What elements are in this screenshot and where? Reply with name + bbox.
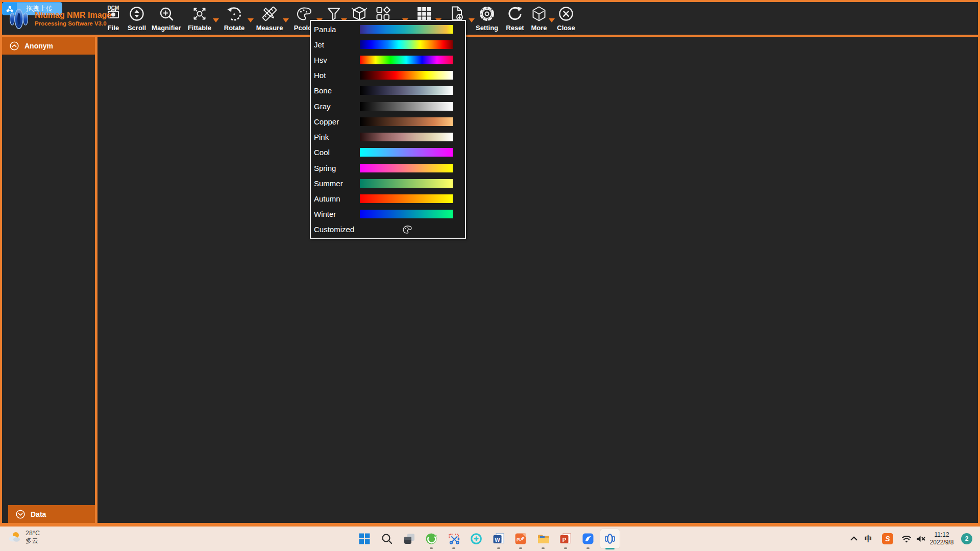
close-label: Close <box>548 24 584 32</box>
wifi-icon <box>900 533 913 545</box>
pink-swatch <box>360 133 453 141</box>
gray-swatch <box>360 102 453 111</box>
colormap-item-parula[interactable]: Parula <box>311 21 465 37</box>
powerpoint-button[interactable]: P <box>555 529 576 549</box>
colormap-item-pink[interactable]: Pink <box>311 130 465 145</box>
toolbar-underline <box>0 35 980 37</box>
rotate-icon <box>216 3 252 24</box>
colormap-item-spring[interactable]: Spring <box>311 160 465 176</box>
running-dot <box>430 547 433 549</box>
notification-badge[interactable]: 2 <box>961 533 972 544</box>
word-glyph: W <box>495 537 500 543</box>
active-app-indicator <box>605 548 615 549</box>
task-view-icon <box>403 532 416 545</box>
sogou-tray-button[interactable]: S <box>882 527 893 551</box>
folder-icon <box>536 532 550 545</box>
data-label: Data <box>31 510 46 518</box>
hsv-swatch <box>360 56 453 64</box>
clock[interactable]: 11:12 2022/9/8 <box>925 527 959 551</box>
colormap-item-bone[interactable]: Bone <box>311 83 465 98</box>
colormap-item-cool[interactable]: Cool <box>311 145 465 160</box>
more-menu-arrow[interactable] <box>549 18 555 22</box>
wifi-button[interactable] <box>900 527 913 551</box>
windows-logo-icon <box>358 532 371 545</box>
window-border-bottom <box>0 523 980 527</box>
meeting-app-button[interactable] <box>466 529 486 549</box>
sidebar-section-anonym[interactable]: Anonym <box>2 37 95 55</box>
toolbar: Niumag NMR Image Processing Software V3.… <box>2 2 978 35</box>
word-button[interactable]: W <box>488 529 509 549</box>
window-border-left <box>0 0 2 523</box>
pdf-icon: PDF <box>514 532 527 545</box>
cool-swatch <box>360 148 453 157</box>
measure-menu-arrow[interactable] <box>283 18 289 22</box>
rotate-menu-arrow[interactable] <box>248 18 254 22</box>
tray-time: 11:12 <box>934 531 949 539</box>
niumag-logo-icon <box>7 5 31 33</box>
snipping-tool-button[interactable] <box>444 529 464 549</box>
tray-expand-button[interactable] <box>848 527 860 551</box>
colormap-item-jet[interactable]: Jet <box>311 37 465 52</box>
app-subtitle: Processing Software V3.0 <box>35 20 111 27</box>
colormap-item-hot[interactable]: Hot <box>311 68 465 83</box>
blue-wing-icon <box>581 532 595 545</box>
running-dot <box>586 547 590 549</box>
summer-swatch <box>360 179 453 188</box>
teal-ring-icon <box>470 532 483 545</box>
weather-widget[interactable]: 28°C 多云 <box>7 530 40 545</box>
rotate-button[interactable]: Rotate <box>216 3 252 35</box>
ime-label: 中 <box>865 534 872 544</box>
task-view-button[interactable] <box>399 529 420 549</box>
ime-indicator[interactable]: 中 <box>865 527 872 551</box>
image-workspace <box>97 37 978 523</box>
fittable-button[interactable]: Fittable <box>182 3 217 35</box>
magnifier-button[interactable]: Magnifier <box>149 3 184 35</box>
sidebar-section-data[interactable]: Data <box>8 505 95 523</box>
niumag-taskbar-icon <box>603 532 617 545</box>
colormap-item-copper[interactable]: Copper <box>311 114 465 129</box>
magnifier-label: Magnifier <box>149 24 184 32</box>
fittable-label: Fittable <box>182 24 217 32</box>
colormap-item-customized[interactable]: Customized <box>311 222 465 237</box>
winter-swatch <box>360 210 453 218</box>
green-browser-button[interactable] <box>421 529 442 549</box>
colormap-item-gray[interactable]: Gray <box>311 98 465 114</box>
running-dot <box>564 547 567 549</box>
chevron-up-circle-icon <box>9 41 19 51</box>
colormap-item-hsv[interactable]: Hsv <box>311 52 465 67</box>
weather-cloud-sun-icon <box>7 530 21 544</box>
weather-condition: 多云 <box>26 537 40 545</box>
fittable-menu-arrow[interactable] <box>213 18 219 22</box>
export-menu-arrow[interactable] <box>469 18 475 22</box>
colormap-item-autumn[interactable]: Autumn <box>311 191 465 206</box>
sogou-icon: S <box>882 533 893 544</box>
bone-swatch <box>360 86 453 95</box>
start-button[interactable] <box>354 529 375 549</box>
spring-swatch <box>360 164 453 172</box>
ppt-glyph: P <box>562 537 566 543</box>
word-icon: W <box>492 532 505 545</box>
search-button[interactable] <box>377 529 397 549</box>
measure-label: Measure <box>252 24 287 32</box>
window-border-right <box>978 0 980 523</box>
running-dot <box>519 547 522 549</box>
palette-icon <box>402 224 413 235</box>
weather-temp: 28°C <box>26 530 40 537</box>
snipping-tool-icon <box>447 532 460 545</box>
rotate-label: Rotate <box>216 24 252 32</box>
magnifier-icon <box>149 3 184 24</box>
netdisk-button[interactable] <box>578 529 598 549</box>
app-window: Niumag NMR Image Processing Software V3.… <box>0 0 980 551</box>
measure-button[interactable]: Measure <box>252 3 287 35</box>
file-explorer-button[interactable] <box>533 529 553 549</box>
chevron-up-icon <box>848 533 860 544</box>
colormap-item-winter[interactable]: Winter <box>311 207 465 222</box>
running-dot <box>542 547 545 549</box>
running-dot <box>497 547 500 549</box>
colormap-dropdown: Parula Jet Hsv Hot Bone Gray Copper Pink… <box>310 20 466 239</box>
jet-swatch <box>360 40 453 49</box>
app-logo: Niumag NMR Image Processing Software V3.… <box>7 5 111 33</box>
colormap-item-summer[interactable]: Summer <box>311 176 465 191</box>
pdf-reader-button[interactable]: PDF <box>510 529 531 549</box>
niumag-app-button[interactable] <box>600 529 620 549</box>
